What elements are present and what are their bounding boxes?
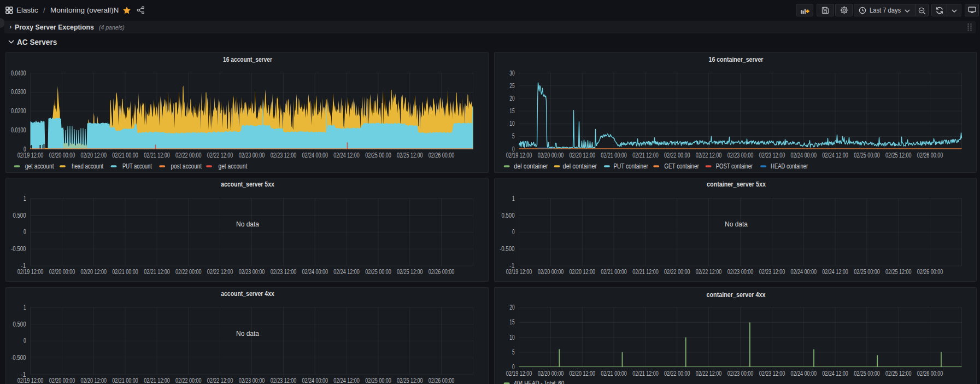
svg-text:HEAD container: HEAD container [771,162,808,170]
svg-text:02/22 00:00: 02/22 00:00 [664,268,690,276]
svg-text:02/23 00:00: 02/23 00:00 [239,152,265,159]
svg-text:02/23 12:00: 02/23 12:00 [271,152,297,159]
svg-text:02/24 00:00: 02/24 00:00 [790,152,817,159]
svg-text:No data: No data [236,329,259,338]
svg-text:02/24 12:00: 02/24 12:00 [822,370,848,377]
svg-text:02/21 00:00: 02/21 00:00 [601,152,627,159]
svg-text:PUT account: PUT account [122,162,152,170]
svg-text:02/21 12:00: 02/21 12:00 [632,370,659,377]
svg-text:0.0100: 0.0100 [11,126,26,134]
svg-text:02/26 00:00: 02/26 00:00 [917,268,943,276]
svg-text:del container: del container [514,162,548,170]
svg-text:20: 20 [509,304,514,311]
svg-text:02/24 00:00: 02/24 00:00 [790,370,817,377]
svg-text:16 container_server: 16 container_server [709,56,764,63]
svg-text:02/23 00:00: 02/23 00:00 [727,152,754,159]
svg-text:post account: post account [171,162,202,170]
svg-text:02/26 00:00: 02/26 00:00 [429,268,455,276]
svg-text:02/24 12:00: 02/24 12:00 [333,268,360,276]
svg-text:02/22 00:00: 02/22 00:00 [664,152,690,159]
svg-text:-0.500: -0.500 [11,245,26,253]
svg-text:account_server 5xx: account_server 5xx [221,181,274,188]
svg-text:PUT container: PUT container [613,162,648,170]
svg-text:02/22 12:00: 02/22 12:00 [696,152,722,159]
svg-text:02/19 12:00: 02/19 12:00 [506,268,532,276]
svg-text:02/24 00:00: 02/24 00:00 [790,268,817,276]
svg-text:0.500: 0.500 [502,212,515,219]
svg-text:02/19 12:00: 02/19 12:00 [17,152,44,159]
svg-text:No data: No data [725,220,748,228]
svg-text:02/23 12:00: 02/23 12:00 [271,377,297,384]
svg-text:02/21 12:00: 02/21 12:00 [632,268,659,276]
svg-text:02/21 00:00: 02/21 00:00 [112,377,138,384]
svg-text:02/21 00:00: 02/21 00:00 [601,268,627,276]
svg-text:15: 15 [509,318,514,326]
svg-text:02/22 00:00: 02/22 00:00 [175,268,202,276]
svg-text:02/25 00:00: 02/25 00:00 [365,268,391,276]
svg-text:container_server 4xx: container_server 4xx [707,291,766,299]
svg-text:02/25 12:00: 02/25 12:00 [885,370,912,377]
svg-text:02/24 12:00: 02/24 12:00 [822,152,848,159]
svg-text:02/20 12:00: 02/20 12:00 [569,152,595,159]
svg-text:del container: del container [563,162,597,170]
svg-text:02/21 12:00: 02/21 12:00 [144,268,170,276]
svg-text:15: 15 [509,107,514,115]
svg-text:02/20 00:00: 02/20 00:00 [538,370,564,377]
svg-text:02/23 12:00: 02/23 12:00 [759,152,785,159]
svg-text:10: 10 [509,120,514,127]
svg-text:16 account_server: 16 account_server [223,56,272,63]
svg-text:02/23 12:00: 02/23 12:00 [271,268,297,276]
svg-text:02/22 12:00: 02/22 12:00 [207,377,233,384]
svg-text:container_server 5xx: container_server 5xx [707,181,766,188]
svg-text:0.500: 0.500 [13,212,26,219]
svg-text:02/25 12:00: 02/25 12:00 [397,377,423,384]
svg-text:02/19 12:00: 02/19 12:00 [506,152,532,159]
svg-text:02/24 12:00: 02/24 12:00 [333,377,360,384]
svg-text:0: 0 [24,337,26,345]
svg-text:02/25 00:00: 02/25 00:00 [854,370,880,377]
svg-text:02/25 12:00: 02/25 12:00 [885,152,912,159]
svg-text:02/25 00:00: 02/25 00:00 [365,377,391,384]
svg-text:02/20 00:00: 02/20 00:00 [49,268,75,276]
svg-text:02/20 00:00: 02/20 00:00 [538,152,564,159]
svg-text:02/21 12:00: 02/21 12:00 [144,152,170,159]
svg-text:5: 5 [512,132,515,140]
svg-text:02/25 12:00: 02/25 12:00 [397,152,423,159]
svg-text:-0.500: -0.500 [11,354,26,362]
svg-text:02/22 12:00: 02/22 12:00 [207,268,233,276]
svg-text:02/20 12:00: 02/20 12:00 [80,268,107,276]
svg-text:02/25 12:00: 02/25 12:00 [885,268,912,276]
svg-text:02/23 12:00: 02/23 12:00 [759,268,785,276]
svg-text:02/21 00:00: 02/21 00:00 [112,152,138,159]
svg-text:02/20 00:00: 02/20 00:00 [49,152,75,159]
svg-text:02/21 00:00: 02/21 00:00 [601,370,627,377]
svg-text:02/21 12:00: 02/21 12:00 [632,152,659,159]
svg-text:02/19 12:00: 02/19 12:00 [17,377,44,384]
svg-text:02/22 00:00: 02/22 00:00 [175,377,202,384]
svg-text:0: 0 [24,228,26,236]
svg-text:0.0300: 0.0300 [11,88,26,96]
svg-text:10: 10 [509,334,514,341]
svg-text:02/22 12:00: 02/22 12:00 [207,152,233,159]
svg-text:account_server 4xx: account_server 4xx [221,290,274,298]
svg-text:20: 20 [509,95,514,102]
svg-text:0.0200: 0.0200 [11,107,26,115]
svg-text:02/20 12:00: 02/20 12:00 [569,268,595,276]
svg-text:1: 1 [24,195,26,202]
svg-text:02/20 12:00: 02/20 12:00 [80,152,107,159]
svg-text:-0.500: -0.500 [500,245,515,253]
svg-text:02/22 12:00: 02/22 12:00 [696,370,722,377]
svg-text:02/24 12:00: 02/24 12:00 [333,152,360,159]
svg-text:head account: head account [72,162,104,170]
svg-text:25: 25 [509,82,514,90]
svg-text:02/25 00:00: 02/25 00:00 [365,152,391,159]
svg-text:0.500: 0.500 [13,321,26,328]
svg-text:02/19 12:00: 02/19 12:00 [17,268,44,276]
svg-text:02/26 00:00: 02/26 00:00 [917,370,943,377]
svg-text:02/24 00:00: 02/24 00:00 [302,268,328,276]
svg-text:02/21 00:00: 02/21 00:00 [112,268,138,276]
svg-text:02/26 00:00: 02/26 00:00 [429,152,455,159]
svg-text:02/24 12:00: 02/24 12:00 [822,268,848,276]
svg-text:POST container: POST container [716,162,753,170]
svg-text:get account: get account [219,162,248,170]
